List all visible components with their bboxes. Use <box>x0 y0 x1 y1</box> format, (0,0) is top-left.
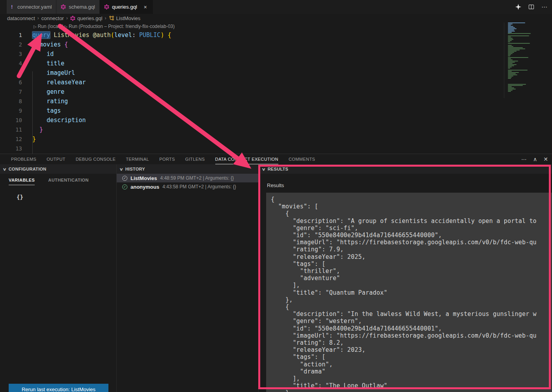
panel-tab-problems[interactable]: PROBLEMS <box>11 154 36 164</box>
code-line-12[interactable]: 12} <box>0 134 552 144</box>
panel-tab-bar: PROBLEMSOUTPUTDEBUG CONSOLETERMINALPORTS… <box>0 154 552 164</box>
tab-label: connector.yaml <box>17 4 52 10</box>
code-line-4[interactable]: 4 title <box>0 59 552 68</box>
breadcrumb-item-connector[interactable]: connector <box>41 15 64 21</box>
run-local-link[interactable]: ▷Run (local) <box>34 24 61 29</box>
history-meta: 4:48:59 PM GMT+2 | Arguments: {} <box>160 175 234 181</box>
bottom-panel: PROBLEMSOUTPUTDEBUG CONSOLETERMINALPORTS… <box>0 154 552 392</box>
minimap-code-block <box>508 43 549 44</box>
history-row-anonymous[interactable]: ✓anonymous4:43:58 PM GMT+2 | Arguments: … <box>117 182 258 191</box>
panel-tab-output[interactable]: OUTPUT <box>47 154 65 164</box>
breadcrumb: dataconnect›connector›queries.gql›ListMo… <box>0 14 552 22</box>
results-json-block[interactable]: { "movies": [ { "description": "A group … <box>266 193 552 392</box>
code-line-10[interactable]: 10 description <box>0 115 552 125</box>
operation-icon <box>109 15 114 21</box>
line-number: 8 <box>0 97 22 106</box>
panel-tab-gitlens[interactable]: GITLENS <box>185 154 205 164</box>
breadcrumb-item-ListMovies[interactable]: ListMovies <box>109 15 140 21</box>
breadcrumb-separator: › <box>66 15 68 21</box>
chevron-down-icon: ∨ <box>2 167 7 171</box>
run-production-link[interactable]: ▷Run (Production – Project: friendly-fli… <box>65 24 175 29</box>
editor-tab-schema-gql[interactable]: schema.gql <box>56 0 99 14</box>
panel-tab-comments[interactable]: COMMENTS <box>289 154 315 164</box>
history-pane: ∨ HISTORY ✓ListMovies4:48:59 PM GMT+2 | … <box>117 164 259 392</box>
code-editor[interactable]: ▷Run (local) | ▷Run (Production – Projec… <box>0 22 552 154</box>
minimap-code-block <box>508 57 549 69</box>
line-number: 12 <box>0 134 22 144</box>
tab-label: queries.gql <box>112 4 137 10</box>
code-line-7[interactable]: 7 genre <box>0 87 552 97</box>
code-line-1[interactable]: 1query ListMovies @auth(level: PUBLIC) { <box>0 30 552 40</box>
graphql-icon <box>61 4 66 9</box>
vscode-window: !connector.yamlschema.gqlqueries.gql× ⋯ … <box>0 0 552 392</box>
maximize-panel-icon[interactable]: ∧ <box>533 156 537 162</box>
minimap-code-block <box>508 22 549 34</box>
configuration-header[interactable]: ∨ CONFIGURATION <box>0 164 116 174</box>
minimap[interactable] <box>506 22 551 99</box>
code-line-11[interactable]: 11 } <box>0 125 552 134</box>
codelens-row: ▷Run (local) | ▷Run (Production – Projec… <box>0 22 552 30</box>
rerun-last-execution-button[interactable]: Rerun last execution: ListMovies <box>9 384 108 392</box>
config-tab-authentication[interactable]: AUTHENTICATION <box>48 178 89 185</box>
check-circle-icon: ✓ <box>122 176 127 181</box>
run-icon: ▷ <box>65 24 68 29</box>
history-row-ListMovies[interactable]: ✓ListMovies4:48:59 PM GMT+2 | Arguments:… <box>117 174 258 182</box>
sparkle-icon[interactable] <box>515 4 521 10</box>
code-line-13[interactable]: 13 <box>0 144 552 153</box>
configuration-pane: ∨ CONFIGURATION VARIABLESAUTHENTICATION … <box>0 164 117 392</box>
variables-value[interactable]: {} <box>17 194 116 200</box>
panel-tab-terminal[interactable]: TERMINAL <box>126 154 149 164</box>
tab-label: schema.gql <box>69 4 95 10</box>
split-editor-icon[interactable] <box>528 4 534 10</box>
more-actions-icon[interactable]: ⋯ <box>521 156 527 162</box>
code-line-9[interactable]: 9 tags <box>0 106 552 115</box>
run-icon: ▷ <box>34 24 37 29</box>
panel-tab-ports[interactable]: PORTS <box>159 154 175 164</box>
history-meta: 4:43:58 PM GMT+2 | Arguments: {} <box>162 184 236 189</box>
codelens-separator: | <box>62 24 64 29</box>
results-label: Results <box>267 182 552 188</box>
breadcrumb-separator: › <box>37 15 39 21</box>
history-header[interactable]: ∨ HISTORY <box>117 164 258 174</box>
results-json-text: { "movies": [ { "description": "A group … <box>266 193 552 392</box>
line-number: 11 <box>0 125 22 134</box>
code-line-6[interactable]: 6 releaseYear <box>0 78 552 87</box>
more-actions-icon[interactable]: ⋯ <box>541 4 547 11</box>
graphql-icon <box>70 16 75 21</box>
editor-tab-bar: !connector.yamlschema.gqlqueries.gql× ⋯ <box>0 0 552 14</box>
line-number: 2 <box>0 40 22 49</box>
yaml-warning-icon: ! <box>11 4 15 10</box>
code-line-5[interactable]: 5 imageUrl <box>0 68 552 78</box>
line-number: 3 <box>0 49 22 59</box>
close-tab-icon[interactable]: × <box>142 4 149 10</box>
chevron-down-icon: ∨ <box>119 167 123 171</box>
code-line-2[interactable]: 2 movies { <box>0 40 552 49</box>
panel-tab-data-connect-execution[interactable]: DATA CONNECT EXECUTION <box>215 154 278 164</box>
breadcrumb-separator: › <box>104 15 107 21</box>
line-number: 6 <box>0 78 22 87</box>
code-line-3[interactable]: 3 id <box>0 49 552 59</box>
editor-tab-connector-yaml[interactable]: !connector.yaml <box>7 0 56 14</box>
history-query-name: anonymous <box>131 184 159 190</box>
config-tab-variables[interactable]: VARIABLES <box>9 178 35 185</box>
line-number: 5 <box>0 68 22 78</box>
minimap-code-block <box>508 33 549 34</box>
breadcrumb-item-queries-gql[interactable]: queries.gql <box>70 15 103 21</box>
line-number: 13 <box>0 144 22 153</box>
minimap-separator <box>504 22 504 98</box>
results-header[interactable]: ∨ RESULTS <box>259 164 552 174</box>
code-line-8[interactable]: 8 rating <box>0 97 552 106</box>
panel-tab-debug-console[interactable]: DEBUG CONSOLE <box>76 154 116 164</box>
panel-actions: ⋯∧✕ <box>521 154 548 164</box>
close-panel-icon[interactable]: ✕ <box>543 156 548 162</box>
editor-tab-queries-gql[interactable]: queries.gql× <box>100 0 153 14</box>
line-number: 4 <box>0 59 22 68</box>
line-number: 1 <box>0 30 22 40</box>
breadcrumb-item-dataconnect[interactable]: dataconnect <box>7 15 35 21</box>
minimap-code-block <box>508 70 549 79</box>
results-pane: ∨ RESULTS Results { "movies": [ { "descr… <box>259 164 552 392</box>
line-number: 7 <box>0 87 22 97</box>
line-number: 9 <box>0 106 22 115</box>
titlebar-actions: ⋯ <box>515 0 547 14</box>
minimap-code-block <box>508 35 549 43</box>
